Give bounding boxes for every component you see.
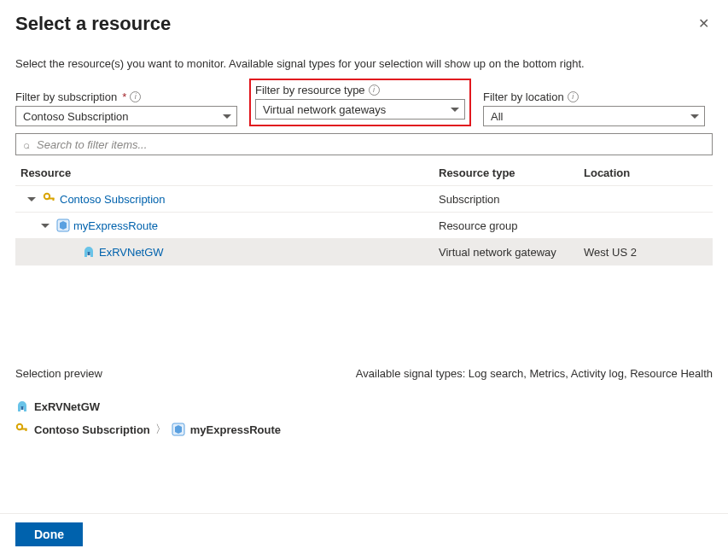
- filter-location-label: Filter by location i: [483, 90, 705, 103]
- preview-breadcrumb: Contoso Subscription 〉 myExpressRoute: [15, 422, 281, 437]
- col-resource: Resource: [20, 166, 439, 179]
- filter-location-select[interactable]: All: [483, 106, 705, 126]
- resource-name[interactable]: Contoso Subscription: [60, 193, 166, 206]
- filter-subscription-label: Filter by subscription* i: [15, 90, 237, 103]
- resource-location: West US 2: [584, 246, 708, 259]
- search-box[interactable]: ⌕: [15, 133, 713, 155]
- selection-preview-title: Selection preview: [15, 367, 102, 380]
- resource-type: Subscription: [439, 193, 584, 206]
- col-location: Location: [584, 166, 708, 179]
- page-title: Select a resource: [15, 13, 171, 35]
- col-type: Resource type: [439, 166, 584, 179]
- table-row[interactable]: ExRVNetGW Virtual network gateway West U…: [15, 239, 713, 265]
- svg-rect-2: [53, 198, 55, 201]
- svg-rect-8: [26, 429, 27, 431]
- info-icon[interactable]: i: [568, 91, 579, 102]
- done-button[interactable]: Done: [15, 522, 83, 546]
- close-icon[interactable]: ✕: [695, 12, 713, 35]
- chevron-down-icon: [223, 114, 231, 119]
- table-row[interactable]: myExpressRoute Resource group: [15, 213, 713, 239]
- resource-name[interactable]: myExpressRoute: [73, 219, 158, 232]
- resource-name[interactable]: ExRVNetGW: [99, 246, 164, 259]
- svg-rect-4: [88, 252, 90, 255]
- breadcrumb-item: myExpressRoute: [190, 423, 281, 436]
- filter-subscription-select[interactable]: Contoso Subscription: [15, 106, 237, 126]
- key-icon: [15, 423, 29, 436]
- preview-selected-name: ExRVNetGW: [34, 400, 100, 413]
- gateway-icon: [15, 400, 29, 413]
- gateway-icon: [82, 245, 96, 259]
- table-row[interactable]: Contoso Subscription Subscription: [15, 186, 713, 213]
- resource-type: Virtual network gateway: [439, 246, 584, 259]
- resource-table: Resource Resource type Location Contoso …: [15, 160, 713, 265]
- page-subtitle: Select the resource(s) you want to monit…: [15, 57, 713, 70]
- expand-icon[interactable]: [41, 224, 50, 228]
- svg-rect-5: [21, 406, 24, 410]
- chevron-down-icon: [690, 114, 699, 119]
- resource-type: Resource group: [439, 219, 584, 232]
- chevron-right-icon: 〉: [155, 422, 166, 437]
- key-icon: [43, 192, 56, 206]
- info-icon[interactable]: i: [369, 85, 380, 96]
- breadcrumb-item: Contoso Subscription: [34, 423, 150, 436]
- filter-resource-type-highlight: Filter by resource type i Virtual networ…: [249, 79, 471, 126]
- info-icon[interactable]: i: [130, 91, 141, 102]
- expand-icon[interactable]: [27, 197, 36, 201]
- chevron-down-icon: [451, 108, 459, 112]
- search-input[interactable]: [35, 137, 705, 152]
- table-header: Resource Resource type Location: [15, 160, 713, 186]
- cube-icon: [56, 219, 70, 232]
- search-icon: ⌕: [23, 138, 30, 151]
- available-signal-types: Available signal types: Log search, Metr…: [356, 367, 713, 380]
- filter-resource-type-select[interactable]: Virtual network gateways: [255, 99, 465, 120]
- filter-resource-type-label: Filter by resource type i: [255, 84, 465, 96]
- cube-icon: [172, 423, 185, 436]
